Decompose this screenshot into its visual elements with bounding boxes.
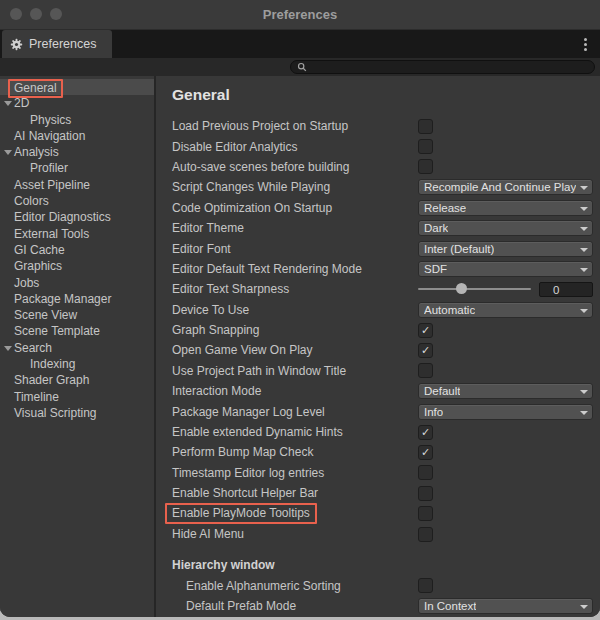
sidebar-item-shader-graph[interactable]: Shader Graph: [0, 372, 154, 388]
sidebar-item-label: Editor Diagnostics: [14, 210, 111, 224]
sidebar-item-profiler[interactable]: Profiler: [0, 160, 154, 176]
setting-control: Release: [418, 198, 593, 218]
settings-row-enable-extended-dynamic-hints: Enable extended Dynamic Hints✓: [156, 422, 600, 442]
window-title: Preferences: [0, 0, 600, 29]
checkbox-unchecked[interactable]: [418, 506, 433, 521]
sidebar-item-label: Timeline: [14, 390, 59, 404]
dropdown-editor-font[interactable]: Inter (Default): [418, 241, 593, 257]
preferences-window: Preferences Preferences: [0, 0, 600, 617]
tab-preferences[interactable]: Preferences: [2, 30, 112, 58]
sidebar-item-label: Colors: [14, 194, 49, 208]
setting-control: ✓: [418, 340, 593, 360]
sidebar-item-scene-template[interactable]: Scene Template: [0, 323, 154, 339]
expander-down-icon[interactable]: [4, 346, 12, 351]
dropdown-script-changes-while-playing[interactable]: Recompile And Continue Play: [418, 179, 593, 195]
checkbox-unchecked[interactable]: [418, 363, 433, 378]
zoom-button[interactable]: [50, 8, 62, 20]
checkbox-checked[interactable]: ✓: [418, 425, 433, 440]
checkbox-checked[interactable]: ✓: [418, 323, 433, 338]
setting-label: Auto-save scenes before building: [172, 160, 349, 174]
sidebar-item-scene-view[interactable]: Scene View: [0, 307, 154, 323]
settings-rows: Load Previous Project on StartupDisable …: [156, 116, 600, 616]
checkbox-unchecked[interactable]: [418, 527, 433, 542]
chevron-down-icon: [580, 605, 588, 609]
search-input[interactable]: [311, 61, 588, 73]
sidebar-item-package-manager[interactable]: Package Manager: [0, 291, 154, 307]
sidebar-item-general[interactable]: General: [0, 79, 154, 95]
dropdown-value: Automatic: [424, 304, 475, 316]
checkbox-unchecked[interactable]: [418, 159, 433, 174]
setting-label: Enable extended Dynamic Hints: [172, 425, 343, 439]
checkbox-unchecked[interactable]: [418, 486, 433, 501]
setting-label: Hierarchy window: [172, 558, 275, 572]
sidebar-item-analysis[interactable]: Analysis: [0, 144, 154, 160]
settings-row-code-optimization-on-startup: Code Optimization On StartupRelease: [156, 198, 600, 218]
minimize-button[interactable]: [30, 8, 42, 20]
dropdown-value: Dark: [424, 222, 448, 234]
sidebar-item-label: Analysis: [14, 145, 59, 159]
settings-row-hide-ai-menu: Hide AI Menu: [156, 524, 600, 544]
checkbox-unchecked[interactable]: [418, 119, 433, 134]
setting-label: Editor Font: [172, 242, 231, 256]
page-title: General: [172, 86, 600, 104]
chevron-down-icon: [580, 248, 588, 252]
sidebar-item-external-tools[interactable]: External Tools: [0, 226, 154, 242]
dropdown-code-optimization-on-startup[interactable]: Release: [418, 200, 593, 216]
dropdown-editor-theme[interactable]: Dark: [418, 220, 593, 236]
chevron-down-icon: [580, 186, 588, 190]
checkbox-unchecked[interactable]: [418, 578, 433, 593]
chevron-down-icon: [580, 227, 588, 231]
sidebar-item-label: Search: [14, 341, 52, 355]
setting-label: Editor Theme: [172, 221, 244, 235]
setting-control: [418, 136, 593, 156]
setting-control: ✓: [418, 422, 593, 442]
dropdown-package-manager-log-level[interactable]: Info: [418, 404, 593, 420]
dropdown-interaction-mode[interactable]: Default: [418, 383, 593, 399]
dropdown-value: Release: [424, 202, 466, 214]
content-area: General2DPhysicsAI NavigationAnalysisPro…: [0, 76, 600, 617]
settings-row-open-game-view-on-play: Open Game View On Play✓: [156, 340, 600, 360]
sidebar-item-label: Shader Graph: [14, 373, 89, 387]
kebab-menu-icon[interactable]: [584, 38, 587, 53]
sidebar-item-label: Indexing: [30, 357, 75, 371]
sidebar-item-editor-diagnostics[interactable]: Editor Diagnostics: [0, 209, 154, 225]
sidebar-item-physics[interactable]: Physics: [0, 112, 154, 128]
settings-row-device-to-use: Device To UseAutomatic: [156, 300, 600, 320]
settings-row-package-manager-log-level: Package Manager Log LevelInfo: [156, 401, 600, 421]
sidebar-item-asset-pipeline[interactable]: Asset Pipeline: [0, 177, 154, 193]
sidebar-item-visual-scripting[interactable]: Visual Scripting: [0, 405, 154, 421]
chevron-down-icon: [580, 411, 588, 415]
tab-bar: Preferences: [0, 30, 600, 58]
expander-down-icon[interactable]: [4, 150, 12, 155]
slider-track[interactable]: [418, 288, 531, 290]
sidebar-item-timeline[interactable]: Timeline: [0, 389, 154, 405]
sidebar-item-jobs[interactable]: Jobs: [0, 275, 154, 291]
expander-down-icon[interactable]: [4, 101, 12, 106]
sidebar-item-label: Jobs: [14, 276, 39, 290]
close-button[interactable]: [10, 8, 22, 20]
checkbox-checked[interactable]: ✓: [418, 445, 433, 460]
sidebar-item-indexing[interactable]: Indexing: [0, 356, 154, 372]
settings-row-graph-snapping: Graph Snapping✓: [156, 320, 600, 340]
setting-control: ✓: [418, 320, 593, 340]
checkbox-unchecked[interactable]: [418, 139, 433, 154]
slider-value-field[interactable]: 0: [539, 282, 593, 297]
setting-control: SDF: [418, 259, 593, 279]
dropdown-device-to-use[interactable]: Automatic: [418, 302, 593, 318]
settings-row-perform-bump-map-check: Perform Bump Map Check✓: [156, 442, 600, 462]
sidebar-item-search[interactable]: Search: [0, 340, 154, 356]
sidebar-item-label: Asset Pipeline: [14, 178, 90, 192]
sidebar-item-graphics[interactable]: Graphics: [0, 258, 154, 274]
sidebar-item-ai-navigation[interactable]: AI Navigation: [0, 128, 154, 144]
sidebar-item-gi-cache[interactable]: GI Cache: [0, 242, 154, 258]
checkbox-unchecked[interactable]: [418, 465, 433, 480]
search-box[interactable]: [290, 60, 595, 74]
sidebar-item-colors[interactable]: Colors: [0, 193, 154, 209]
checkbox-checked[interactable]: ✓: [418, 343, 433, 358]
dropdown-value: Inter (Default): [424, 243, 494, 255]
dropdown-editor-default-text-rendering-mode[interactable]: SDF: [418, 261, 593, 277]
slider-handle[interactable]: [456, 283, 467, 294]
dropdown-default-prefab-mode[interactable]: In Context: [418, 598, 593, 614]
settings-row-load-previous-project-on-startup: Load Previous Project on Startup: [156, 116, 600, 136]
settings-row-disable-editor-analytics: Disable Editor Analytics: [156, 136, 600, 156]
